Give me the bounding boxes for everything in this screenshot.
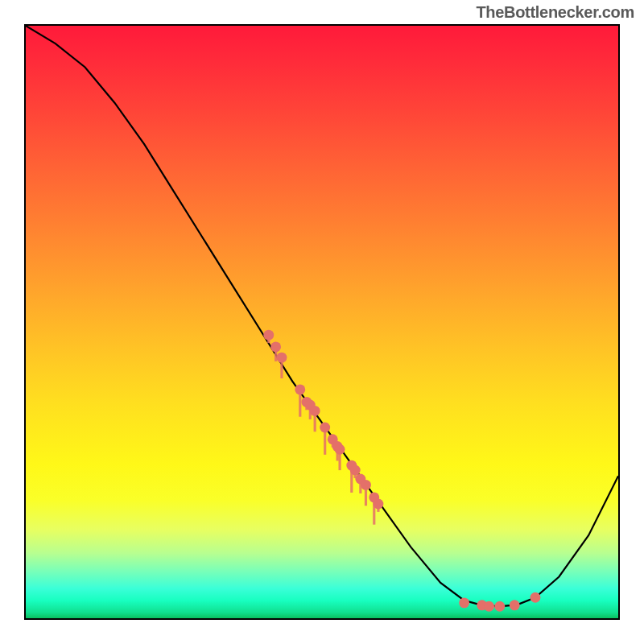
data-point-bottom [459, 597, 469, 608]
data-point-bottom [484, 601, 494, 612]
data-point-branch [263, 330, 274, 341]
plot-area [24, 24, 620, 620]
data-point-branch [373, 498, 383, 509]
data-point-branch [350, 465, 361, 476]
data-point-branch [320, 423, 330, 433]
data-point-bottom [530, 592, 540, 603]
data-point-branch [335, 444, 345, 455]
data-point-branch [310, 406, 320, 416]
data-point-branch [361, 480, 371, 490]
data-point-branch [295, 384, 305, 394]
data-point-branch [270, 341, 281, 352]
data-point-bottom [510, 600, 520, 610]
chart-svg [26, 26, 618, 618]
data-point-branch [276, 353, 287, 363]
watermark-text: TheBottlenecker.com [476, 3, 634, 22]
data-point-bottom [494, 601, 505, 612]
bottleneck-curve [26, 26, 618, 606]
